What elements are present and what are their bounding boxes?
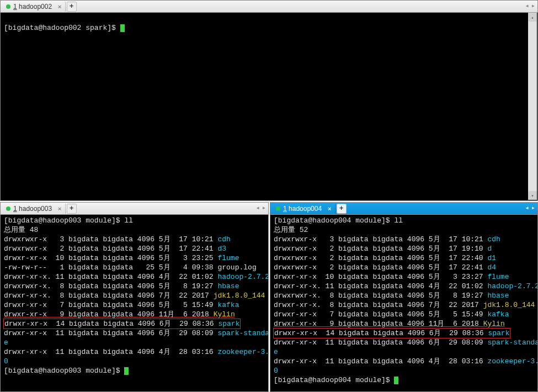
list-item: drwxrwxr-x 3 bigdata bigdata 4096 5月 17 … [4, 235, 265, 244]
list-item: drwxrwxr-x 2 bigdata bigdata 4096 5月 17 … [4, 244, 265, 253]
list-item: drwxrwxr-x. 8 bigdata bigdata 4096 5月 8 … [274, 291, 534, 300]
tab-hadoop003[interactable]: 1 hadoop003 × [3, 204, 66, 214]
list-item: drwxr-xr-x 11 bigdata bigdata 4096 4月 28… [274, 357, 534, 366]
tab-label: 1 hadoop002 [13, 3, 52, 10]
cursor-icon [394, 377, 398, 384]
scroll-down-icon[interactable]: ▾ [528, 191, 537, 200]
list-item: drwxrwxr-x 3 bigdata bigdata 4096 5月 17 … [274, 235, 534, 244]
list-item: drwxr-xr-x 11 bigdata bigdata 4096 6月 29… [4, 329, 265, 338]
tabbar-top: 1 hadoop002 × + ◂ ▸ [1, 1, 537, 13]
chevron-right-icon[interactable]: ▸ [531, 204, 535, 212]
close-icon[interactable]: × [58, 3, 61, 10]
tab-hadoop002[interactable]: 1 hadoop002 × [3, 2, 66, 12]
cursor-icon [120, 24, 125, 32]
chevron-right-icon[interactable]: ▸ [262, 204, 266, 212]
terminal-output-bl[interactable]: [bigdata@hadoop003 module]$ ll总用量 48drwx… [1, 215, 268, 391]
list-item: drwxr-xr-x 9 bigdata bigdata 4096 11月 6 … [4, 310, 265, 319]
status-dot-icon [6, 206, 10, 211]
terminal-output-br[interactable]: [bigdata@hadoop004 module]$ ll总用量 52drwx… [270, 215, 537, 391]
list-item: drwxr-xr-x 7 bigdata bigdata 4096 5月 5 1… [274, 310, 534, 319]
list-item: drwxr-xr-x 11 bigdata bigdata 4096 6月 29… [274, 338, 534, 347]
chevron-left-icon[interactable]: ◂ [525, 2, 529, 10]
chevron-left-icon[interactable]: ◂ [525, 204, 529, 212]
list-item: drwxr-xr-x. 8 bigdata bigdata 4096 7月 22… [4, 291, 265, 300]
tab-scroll-arrows: ◂ ▸ [525, 204, 535, 212]
close-icon[interactable]: × [328, 205, 331, 212]
tab-scroll-arrows: ◂ ▸ [256, 204, 266, 212]
scroll-up-icon[interactable]: ▴ [528, 13, 537, 22]
terminal-pane-top: 1 hadoop002 × + ◂ ▸ [bigdata@hadoop002 s… [0, 0, 538, 201]
terminal-output-top[interactable]: [bigdata@hadoop002 spark]$ [1, 13, 537, 200]
tab-label: 1 hadoop003 [13, 205, 52, 213]
list-item: drwxr-xr-x 9 bigdata bigdata 4096 11月 6 … [274, 319, 534, 329]
add-tab-button[interactable]: + [67, 2, 77, 12]
tab-hadoop004[interactable]: 1 hadoop004 × [273, 204, 335, 214]
list-item: drwxrwxr-x. 8 bigdata bigdata 4096 5月 8 … [4, 282, 265, 291]
list-item: -rw-rw-r-- 1 bigdata bigdata 25 5月 4 09:… [4, 263, 265, 272]
list-item: drwxr-xr-x. 11 bigdata bigdata 4096 4月 2… [4, 272, 265, 282]
list-item: drwxr-xr-x. 11 bigdata bigdata 4096 4月 2… [274, 282, 534, 291]
tabbar-bl: 1 hadoop003 × + ◂ ▸ [1, 203, 268, 215]
list-item: drwxr-xr-x 14 bigdata bigdata 4096 6月 29… [274, 329, 534, 338]
status-dot-icon [6, 4, 10, 9]
list-item: drwxr-xr-x. 8 bigdata bigdata 4096 7月 22… [274, 300, 534, 310]
chevron-right-icon[interactable]: ▸ [531, 2, 535, 10]
scrollbar[interactable]: ▴ ▾ [528, 13, 537, 200]
add-tab-button[interactable]: + [337, 204, 347, 214]
tabbar-br: 1 hadoop004 × + ◂ ▸ [270, 203, 537, 215]
list-item: drwxr-xr-x 10 bigdata bigdata 4096 5月 3 … [4, 253, 265, 263]
list-item: drwxr-xr-x 10 bigdata bigdata 4096 5月 3 … [274, 272, 534, 282]
tab-label: 1 hadoop004 [283, 205, 322, 213]
scroll-thumb[interactable] [528, 22, 537, 191]
close-icon[interactable]: × [58, 205, 61, 212]
list-item: drwxrwxr-x 2 bigdata bigdata 4096 5月 17 … [274, 253, 534, 263]
list-item: drwxrwxr-x 2 bigdata bigdata 4096 5月 17 … [274, 244, 534, 253]
add-tab-button[interactable]: + [67, 204, 77, 214]
tab-scroll-arrows: ◂ ▸ [525, 2, 535, 10]
list-item: drwxr-xr-x 7 bigdata bigdata 4096 5月 5 1… [4, 300, 265, 310]
status-dot-icon [276, 206, 280, 211]
list-item: drwxrwxr-x 2 bigdata bigdata 4096 5月 17 … [274, 263, 534, 272]
list-item: drwxr-xr-x 11 bigdata bigdata 4096 4月 28… [4, 347, 265, 357]
terminal-pane-bottom-left: 1 hadoop003 × + ◂ ▸ [bigdata@hadoop003 m… [0, 202, 269, 392]
cursor-icon [124, 367, 129, 375]
chevron-left-icon[interactable]: ◂ [256, 204, 260, 212]
list-item: drwxr-xr-x 14 bigdata bigdata 4096 6月 29… [4, 319, 265, 329]
terminal-pane-bottom-right: 1 hadoop004 × + ◂ ▸ [bigdata@hadoop004 m… [270, 202, 538, 392]
